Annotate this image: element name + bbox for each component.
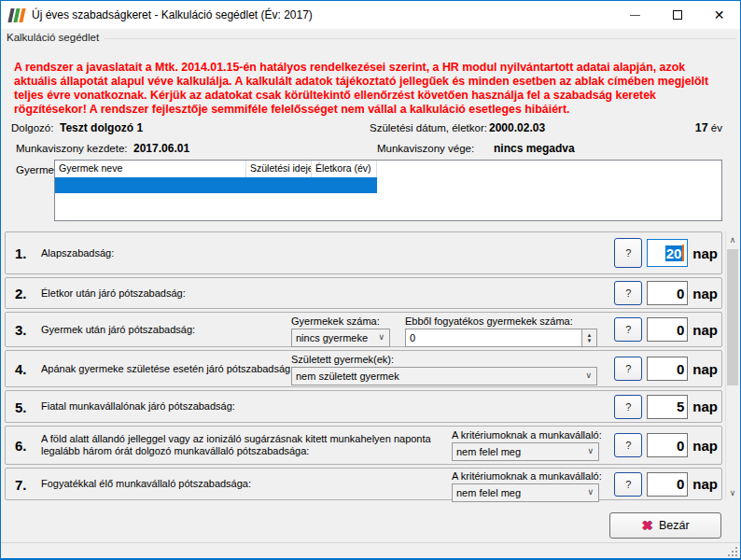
- criteria-select[interactable]: nem felel meg∨: [452, 442, 599, 461]
- scroll-up-icon[interactable]: ∧: [726, 231, 739, 247]
- born-children-select[interactable]: nem született gyermek∨: [291, 367, 597, 385]
- row-number: 7.: [15, 476, 27, 492]
- row-label: Apának gyermeke születése esetén járó pó…: [41, 363, 293, 375]
- children-count-label: Gyermekek száma:: [291, 315, 390, 327]
- row-label: Fiatal munkavállalónak járó pótszabadság…: [41, 400, 235, 413]
- employee-label: Dolgozó:: [11, 122, 53, 133]
- days-input[interactable]: 0: [647, 281, 688, 305]
- leave-row-1: 1. Alapszabadság: ? 20 nap: [5, 231, 722, 274]
- help-button[interactable]: ?: [614, 281, 642, 305]
- children-count-select[interactable]: nincs gyermeke∨: [291, 329, 390, 347]
- status-bar: [1, 542, 740, 559]
- days-input[interactable]: 0: [647, 433, 688, 457]
- maximize-button[interactable]: [656, 1, 698, 29]
- help-button[interactable]: ?: [614, 472, 642, 497]
- days-input[interactable]: 5: [647, 395, 688, 419]
- resize-grip[interactable]: [728, 547, 737, 556]
- unit-label: nap: [692, 476, 718, 492]
- born-children-label: Született gyermek(ek):: [291, 354, 597, 365]
- maximize-icon: [673, 10, 682, 20]
- groupbox-line: [105, 38, 736, 39]
- row-label: Életkor után járó pótszabadság:: [41, 287, 186, 300]
- unit-label: nap: [692, 361, 718, 377]
- help-button[interactable]: ?: [614, 357, 642, 381]
- chevron-down-icon: ∨: [378, 332, 384, 342]
- leave-row-2: 2. Életkor után járó pótszabadság: ? 0 n…: [5, 277, 722, 309]
- titlebar: Új éves szabadságkeret - Kalkuláció segé…: [1, 1, 740, 29]
- chevron-down-icon: ∨: [585, 371, 592, 380]
- scroll-down-icon[interactable]: ∨: [726, 484, 739, 500]
- unit-label: nap: [692, 322, 718, 338]
- dialog-window: Új éves szabadságkeret - Kalkuláció segé…: [0, 0, 741, 560]
- groupbox-label: Kalkuláció segédlet: [7, 32, 105, 43]
- minimize-icon: [630, 15, 640, 16]
- criteria-label: A kritériumoknak a munkavállaló:: [452, 470, 599, 482]
- stepper-arrows[interactable]: ▲▼: [581, 329, 596, 346]
- close-x-icon: ✖: [641, 518, 652, 533]
- row-label: A föld alatt állandó jelleggel vagy az i…: [41, 433, 452, 457]
- app-icon: [7, 8, 25, 22]
- leave-row-6: 6. A föld alatt állandó jelleggel vagy a…: [5, 426, 722, 465]
- column-header-age[interactable]: Életkora (év): [312, 161, 377, 177]
- unit-label: nap: [692, 245, 718, 261]
- leave-row-7: 7. Fogyatékkal élő munkavállaló pótszaba…: [5, 468, 722, 500]
- column-header-birth-date[interactable]: Születési ideje: [246, 161, 312, 177]
- row-number: 2.: [15, 286, 27, 301]
- leave-row-4: 4. Apának gyermeke születése esetén járó…: [5, 350, 722, 387]
- employment-end-label: Munkaviszony vége:: [377, 143, 474, 154]
- unit-label: nap: [692, 438, 718, 454]
- column-header-child-name[interactable]: Gyermek neve: [55, 161, 246, 177]
- row-label: Fogyatékkal élő munkavállaló pótszabadsá…: [41, 478, 251, 490]
- help-button[interactable]: ?: [614, 433, 642, 457]
- employment-start-date: 2017.06.01: [133, 142, 189, 155]
- unit-label: nap: [692, 286, 718, 301]
- birth-date: 2000.02.03: [489, 121, 545, 134]
- row-number: 5.: [15, 399, 27, 414]
- help-button[interactable]: ?: [614, 395, 642, 419]
- employee-name: Teszt dolgozó 1: [60, 121, 143, 134]
- warning-text: A rendszer a javaslatait a Mtk. 2014.01.…: [14, 61, 731, 117]
- help-button[interactable]: ?: [614, 238, 642, 268]
- close-icon: ✕: [714, 8, 725, 21]
- chevron-down-icon: ∨: [587, 446, 594, 455]
- bezar-close-button[interactable]: ✖ Bezár: [609, 512, 721, 539]
- employment-end-value: nincs megadva: [494, 142, 575, 155]
- close-button[interactable]: ✕: [698, 1, 740, 29]
- leave-items-panel: 1. Alapszabadság: ? 20 nap 2. Életkor ut…: [5, 231, 722, 503]
- window-title: Új éves szabadságkeret - Kalkuláció segé…: [32, 8, 313, 21]
- criteria-select[interactable]: nem felel meg∨: [452, 483, 599, 502]
- row-number: 6.: [15, 438, 27, 454]
- disabled-children-label: Ebből fogyatékos gyermekek száma:: [405, 315, 597, 327]
- help-button[interactable]: ?: [614, 317, 642, 342]
- row-number: 1.: [15, 245, 27, 261]
- birth-label: Születési dátum, életkor:: [370, 122, 487, 133]
- row-number: 3.: [15, 322, 27, 338]
- unit-label: nap: [692, 399, 718, 414]
- days-input[interactable]: 20: [647, 239, 688, 267]
- days-input[interactable]: 0: [647, 472, 688, 497]
- children-table[interactable]: Gyermek neve Születési ideje Életkora (é…: [54, 160, 722, 221]
- minimize-button[interactable]: [614, 1, 656, 29]
- age-value: 17 év: [695, 121, 722, 134]
- row-label: Gyermek után járó pótszabadság:: [41, 324, 195, 336]
- disabled-children-stepper[interactable]: 0 ▲▼: [405, 329, 597, 347]
- leave-row-5: 5. Fiatal munkavállalónak járó pótszabad…: [5, 390, 722, 423]
- text-caret: [682, 245, 684, 261]
- criteria-label: A kritériumoknak a munkavállaló:: [452, 429, 599, 441]
- children-table-header: Gyermek neve Születési ideje Életkora (é…: [55, 161, 721, 177]
- employment-start-label: Munkaviszony kezdete:: [16, 143, 128, 154]
- days-input[interactable]: 0: [647, 317, 688, 342]
- vertical-scrollbar[interactable]: ∧ ∨: [725, 231, 738, 500]
- leave-row-3: 3. Gyermek után járó pótszabadság: Gyerm…: [5, 312, 722, 347]
- scrollbar-thumb[interactable]: [727, 249, 738, 385]
- row-label: Alapszabadság:: [41, 247, 114, 259]
- selected-table-row[interactable]: [55, 177, 377, 193]
- row-number: 4.: [15, 361, 27, 377]
- chevron-down-icon: ∨: [587, 487, 594, 497]
- days-input[interactable]: 0: [647, 357, 688, 381]
- groupbox-header: Kalkuláció segédlet: [7, 32, 736, 43]
